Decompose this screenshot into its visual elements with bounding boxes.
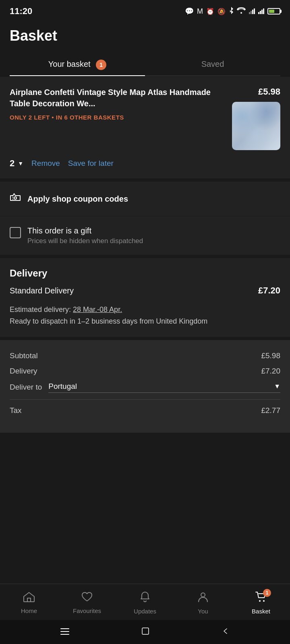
mute-icon: 🔕	[218, 8, 226, 15]
delivery-type: Standard Delivery	[10, 286, 74, 295]
whatsapp-icon: 💬	[185, 7, 194, 16]
tab-saved-label: Saved	[201, 60, 224, 68]
remove-button[interactable]: Remove	[31, 159, 60, 168]
gift-row: This order is a gift Prices will be hidd…	[10, 226, 280, 245]
system-nav	[0, 620, 290, 644]
cart-icon: 1	[255, 591, 267, 605]
delivery-type-row: Standard Delivery £7.20	[10, 285, 280, 296]
coupon-label: Apply shop coupon codes	[27, 194, 128, 204]
status-time: 11:20	[10, 6, 32, 17]
delivery-dispatch-info: Ready to dispatch in 1–2 business days f…	[10, 317, 207, 325]
tab-your-basket-badge: 1	[96, 60, 106, 70]
tab-your-basket-label: Your basket	[48, 60, 91, 68]
delivery-estimated-label: Estimated delivery:	[10, 305, 73, 314]
product-image[interactable]	[232, 102, 280, 150]
svg-rect-6	[60, 634, 69, 635]
basket-tabs: Your basket 1 Saved	[10, 54, 280, 76]
summary-subtotal-label: Subtotal	[10, 351, 38, 360]
nav-you-label: You	[198, 608, 208, 615]
summary-tax-row: Tax £2.77	[10, 399, 280, 415]
alarm-icon: ⏰	[206, 8, 214, 15]
signal-r-icon	[249, 8, 255, 14]
product-info: Airplane Confetti Vintage Style Map Atla…	[10, 87, 226, 121]
gmail-icon: M	[197, 7, 203, 16]
sys-menu-icon[interactable]	[60, 627, 69, 637]
coupon-icon	[10, 193, 21, 205]
quantity-selector[interactable]: 2 ▼	[10, 158, 23, 169]
status-bar: 11:20 💬 M ⏰ 🔕	[0, 0, 290, 21]
home-icon	[23, 592, 35, 605]
summary-delivery-value: £7.20	[261, 367, 280, 376]
status-icons: 💬 M ⏰ 🔕	[185, 7, 280, 16]
bell-icon	[140, 591, 150, 605]
deliver-to-row: Deliver to Portugal ▼	[10, 382, 280, 393]
nav-item-you[interactable]: You	[183, 591, 223, 615]
bottom-nav: Home Favourites Updates You	[0, 584, 290, 620]
tab-saved[interactable]: Saved	[145, 54, 280, 76]
product-section: Airplane Confetti Vintage Style Map Atla…	[0, 77, 290, 178]
nav-item-basket[interactable]: 1 Basket	[241, 591, 281, 615]
bluetooth-icon	[229, 7, 234, 16]
summary-subtotal-row: Subtotal £5.98	[10, 351, 280, 360]
svg-rect-7	[142, 628, 149, 634]
delivery-info: Estimated delivery: 28 Mar.-08 Apr. Read…	[10, 304, 280, 327]
delivery-price: £7.20	[258, 285, 280, 296]
nav-basket-label: Basket	[252, 608, 270, 615]
svg-point-3	[263, 600, 265, 602]
svg-rect-5	[60, 631, 69, 632]
delivery-date: 28 Mar.-08 Apr.	[73, 305, 122, 314]
battery-icon	[267, 8, 280, 14]
summary-section: Subtotal £5.98 Delivery £7.20 Deliver to…	[0, 340, 290, 433]
gift-checkbox[interactable]	[10, 227, 21, 238]
summary-tax-label: Tax	[10, 406, 22, 415]
person-icon	[198, 591, 208, 605]
save-for-later-button[interactable]: Save for later	[68, 159, 114, 168]
deliver-to-label: Deliver to	[10, 383, 42, 392]
coupon-section[interactable]: Apply shop coupon codes	[0, 182, 290, 216]
nav-item-updates[interactable]: Updates	[125, 591, 165, 615]
product-price: £5.98	[258, 87, 280, 97]
country-dropdown-icon: ▼	[274, 383, 280, 390]
svg-rect-4	[60, 628, 69, 629]
quantity-row: 2 ▼ Remove Save for later	[10, 158, 280, 169]
wifi-icon	[237, 7, 246, 15]
delivery-section: Delivery Standard Delivery £7.20 Estimat…	[0, 258, 290, 337]
heart-icon	[81, 592, 93, 605]
delivery-heading: Delivery	[10, 268, 280, 279]
quantity-value: 2	[10, 158, 14, 169]
summary-delivery-label: Delivery	[10, 367, 37, 376]
tab-your-basket[interactable]: Your basket 1	[10, 54, 145, 76]
summary-tax-value: £2.77	[261, 406, 280, 415]
svg-point-0	[14, 197, 17, 199]
gift-text-block: This order is a gift Prices will be hidd…	[27, 226, 143, 245]
gift-subtitle: Prices will be hidden when dispatched	[27, 237, 143, 245]
nav-item-favourites[interactable]: Favourites	[67, 592, 107, 614]
nav-item-home[interactable]: Home	[9, 592, 49, 614]
nav-home-label: Home	[21, 607, 37, 614]
product-warning: ONLY 2 LEFT • IN 6 OTHER BASKETS	[10, 114, 226, 121]
svg-point-2	[259, 600, 261, 602]
summary-subtotal-value: £5.98	[261, 351, 280, 360]
nav-updates-label: Updates	[134, 608, 156, 615]
svg-point-1	[201, 593, 205, 597]
country-selector[interactable]: Portugal ▼	[48, 382, 280, 393]
product-row: Airplane Confetti Vintage Style Map Atla…	[10, 87, 280, 150]
country-name: Portugal	[48, 382, 271, 391]
summary-delivery-row: Delivery £7.20	[10, 367, 280, 376]
page-header: Basket Your basket 1 Saved	[0, 21, 290, 76]
sys-back-icon[interactable]	[222, 627, 230, 637]
sys-home-icon[interactable]	[141, 627, 149, 637]
nav-favourites-label: Favourites	[73, 607, 101, 614]
quantity-dropdown-icon[interactable]: ▼	[18, 160, 23, 167]
product-name[interactable]: Airplane Confetti Vintage Style Map Atla…	[10, 87, 226, 109]
gift-section: This order is a gift Prices will be hidd…	[0, 217, 290, 255]
gift-title: This order is a gift	[27, 226, 143, 235]
basket-badge: 1	[263, 589, 271, 597]
page-title: Basket	[10, 27, 280, 44]
signal-icon	[258, 8, 264, 14]
